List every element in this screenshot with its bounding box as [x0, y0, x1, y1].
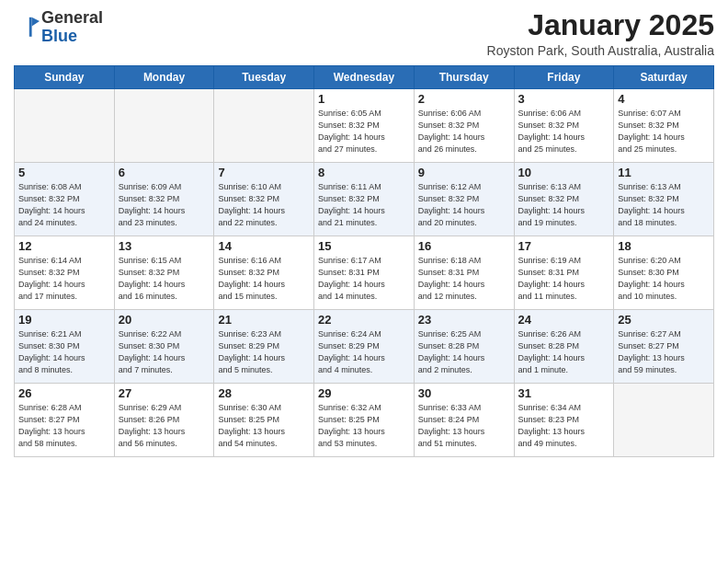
calendar-cell: 16Sunrise: 6:18 AM Sunset: 8:31 PM Dayli…: [414, 236, 514, 310]
day-info: Sunrise: 6:10 AM Sunset: 8:32 PM Dayligh…: [218, 181, 310, 229]
page: General Blue January 2025 Royston Park, …: [0, 0, 728, 563]
calendar-cell: 15Sunrise: 6:17 AM Sunset: 8:31 PM Dayli…: [314, 236, 415, 310]
weekday-thursday: Thursday: [414, 66, 514, 89]
calendar-cell: 1Sunrise: 6:05 AM Sunset: 8:32 PM Daylig…: [314, 89, 415, 163]
day-number: 21: [218, 313, 310, 327]
calendar-cell: [614, 384, 714, 457]
calendar-cell: 5Sunrise: 6:08 AM Sunset: 8:32 PM Daylig…: [15, 163, 115, 236]
weekday-tuesday: Tuesday: [214, 66, 314, 89]
calendar-cell: 11Sunrise: 6:13 AM Sunset: 8:32 PM Dayli…: [614, 163, 714, 236]
day-number: 30: [418, 386, 510, 400]
logo-text: General Blue: [41, 9, 103, 46]
calendar-cell: 3Sunrise: 6:06 AM Sunset: 8:32 PM Daylig…: [514, 89, 614, 163]
calendar-cell: 28Sunrise: 6:30 AM Sunset: 8:25 PM Dayli…: [214, 384, 314, 457]
day-number: 25: [618, 313, 710, 327]
day-info: Sunrise: 6:28 AM Sunset: 8:27 PM Dayligh…: [18, 402, 110, 450]
calendar-cell: 18Sunrise: 6:20 AM Sunset: 8:30 PM Dayli…: [614, 236, 714, 310]
calendar-cell: 27Sunrise: 6:29 AM Sunset: 8:26 PM Dayli…: [114, 384, 214, 457]
location: Royston Park, South Australia, Australia: [487, 43, 714, 58]
calendar-cell: 4Sunrise: 6:07 AM Sunset: 8:32 PM Daylig…: [614, 89, 714, 163]
day-info: Sunrise: 6:06 AM Sunset: 8:32 PM Dayligh…: [418, 108, 510, 155]
calendar-cell: 29Sunrise: 6:32 AM Sunset: 8:25 PM Dayli…: [314, 384, 415, 457]
svg-marker-1: [32, 17, 40, 27]
weekday-header-row: SundayMondayTuesdayWednesdayThursdayFrid…: [15, 66, 714, 89]
day-number: 13: [119, 239, 210, 253]
day-info: Sunrise: 6:07 AM Sunset: 8:32 PM Dayligh…: [618, 108, 710, 155]
calendar-cell: 13Sunrise: 6:15 AM Sunset: 8:32 PM Dayli…: [114, 236, 214, 310]
weekday-sunday: Sunday: [15, 66, 115, 89]
weekday-saturday: Saturday: [614, 66, 714, 89]
day-number: 24: [518, 313, 610, 327]
calendar: SundayMondayTuesdayWednesdayThursdayFrid…: [14, 65, 714, 457]
day-info: Sunrise: 6:30 AM Sunset: 8:25 PM Dayligh…: [218, 402, 310, 450]
calendar-cell: 10Sunrise: 6:13 AM Sunset: 8:32 PM Dayli…: [514, 163, 614, 236]
week-row-4: 19Sunrise: 6:21 AM Sunset: 8:30 PM Dayli…: [15, 310, 714, 384]
day-info: Sunrise: 6:34 AM Sunset: 8:23 PM Dayligh…: [518, 402, 610, 450]
calendar-cell: 7Sunrise: 6:10 AM Sunset: 8:32 PM Daylig…: [214, 163, 314, 236]
day-number: 29: [318, 386, 410, 400]
day-number: 16: [418, 239, 510, 253]
day-info: Sunrise: 6:24 AM Sunset: 8:29 PM Dayligh…: [318, 328, 410, 376]
day-number: 9: [418, 166, 510, 179]
calendar-cell: [15, 89, 115, 163]
day-number: 6: [119, 166, 210, 179]
day-number: 1: [318, 92, 410, 106]
day-number: 5: [18, 166, 110, 179]
calendar-cell: 2Sunrise: 6:06 AM Sunset: 8:32 PM Daylig…: [414, 89, 514, 163]
day-info: Sunrise: 6:13 AM Sunset: 8:32 PM Dayligh…: [618, 181, 710, 229]
day-number: 28: [218, 386, 310, 400]
calendar-cell: 26Sunrise: 6:28 AM Sunset: 8:27 PM Dayli…: [15, 384, 115, 457]
calendar-cell: 24Sunrise: 6:26 AM Sunset: 8:28 PM Dayli…: [514, 310, 614, 384]
week-row-3: 12Sunrise: 6:14 AM Sunset: 8:32 PM Dayli…: [15, 236, 714, 310]
day-info: Sunrise: 6:16 AM Sunset: 8:32 PM Dayligh…: [218, 255, 310, 303]
title-block: January 2025 Royston Park, South Austral…: [487, 9, 714, 58]
day-info: Sunrise: 6:14 AM Sunset: 8:32 PM Dayligh…: [18, 255, 110, 303]
day-number: 7: [218, 166, 310, 179]
calendar-cell: 19Sunrise: 6:21 AM Sunset: 8:30 PM Dayli…: [15, 310, 115, 384]
svg-rect-0: [14, 15, 40, 40]
day-info: Sunrise: 6:13 AM Sunset: 8:32 PM Dayligh…: [518, 181, 610, 229]
calendar-cell: [114, 89, 214, 163]
weekday-monday: Monday: [114, 66, 214, 89]
calendar-cell: 8Sunrise: 6:11 AM Sunset: 8:32 PM Daylig…: [314, 163, 415, 236]
calendar-cell: 12Sunrise: 6:14 AM Sunset: 8:32 PM Dayli…: [15, 236, 115, 310]
weekday-wednesday: Wednesday: [314, 66, 415, 89]
week-row-2: 5Sunrise: 6:08 AM Sunset: 8:32 PM Daylig…: [15, 163, 714, 236]
day-info: Sunrise: 6:17 AM Sunset: 8:31 PM Dayligh…: [318, 255, 410, 303]
calendar-cell: [214, 89, 314, 163]
weekday-friday: Friday: [514, 66, 614, 89]
calendar-cell: 17Sunrise: 6:19 AM Sunset: 8:31 PM Dayli…: [514, 236, 614, 310]
day-number: 4: [618, 92, 710, 106]
day-number: 22: [318, 313, 410, 327]
day-number: 20: [119, 313, 210, 327]
logo-icon: [14, 15, 40, 40]
calendar-cell: 6Sunrise: 6:09 AM Sunset: 8:32 PM Daylig…: [114, 163, 214, 236]
month-title: January 2025: [487, 9, 714, 41]
day-info: Sunrise: 6:22 AM Sunset: 8:30 PM Dayligh…: [119, 328, 210, 376]
day-info: Sunrise: 6:25 AM Sunset: 8:28 PM Dayligh…: [418, 328, 510, 376]
day-number: 3: [518, 92, 610, 106]
day-info: Sunrise: 6:27 AM Sunset: 8:27 PM Dayligh…: [618, 328, 710, 376]
day-info: Sunrise: 6:20 AM Sunset: 8:30 PM Dayligh…: [618, 255, 710, 303]
calendar-cell: 20Sunrise: 6:22 AM Sunset: 8:30 PM Dayli…: [114, 310, 214, 384]
day-number: 14: [218, 239, 310, 253]
day-number: 10: [518, 166, 610, 179]
day-info: Sunrise: 6:23 AM Sunset: 8:29 PM Dayligh…: [218, 328, 310, 376]
day-info: Sunrise: 6:21 AM Sunset: 8:30 PM Dayligh…: [18, 328, 110, 376]
calendar-cell: 31Sunrise: 6:34 AM Sunset: 8:23 PM Dayli…: [514, 384, 614, 457]
logo-general: General: [41, 8, 103, 27]
logo: General Blue: [14, 9, 103, 46]
day-number: 23: [418, 313, 510, 327]
day-info: Sunrise: 6:26 AM Sunset: 8:28 PM Dayligh…: [518, 328, 610, 376]
day-info: Sunrise: 6:29 AM Sunset: 8:26 PM Dayligh…: [119, 402, 210, 450]
day-number: 15: [318, 239, 410, 253]
day-number: 26: [18, 386, 110, 400]
day-number: 17: [518, 239, 610, 253]
day-number: 18: [618, 239, 710, 253]
day-info: Sunrise: 6:18 AM Sunset: 8:31 PM Dayligh…: [418, 255, 510, 303]
day-info: Sunrise: 6:05 AM Sunset: 8:32 PM Dayligh…: [318, 108, 410, 155]
calendar-cell: 14Sunrise: 6:16 AM Sunset: 8:32 PM Dayli…: [214, 236, 314, 310]
day-number: 12: [18, 239, 110, 253]
logo-blue: Blue: [41, 27, 77, 45]
week-row-5: 26Sunrise: 6:28 AM Sunset: 8:27 PM Dayli…: [15, 384, 714, 457]
